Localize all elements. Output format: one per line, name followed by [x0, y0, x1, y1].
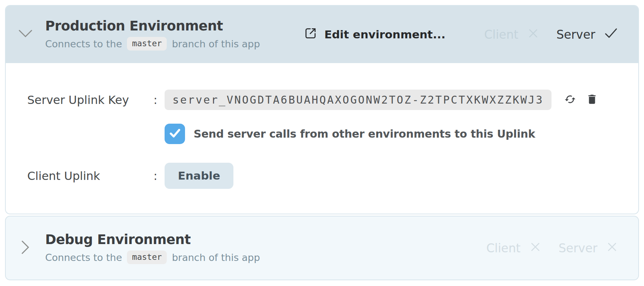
- chevron-right-icon: [21, 240, 30, 256]
- x-icon: [607, 241, 617, 255]
- server-uplink-key-actions: [564, 93, 598, 106]
- branch-badge: master: [127, 37, 167, 51]
- client-uplink-toggle-debug[interactable]: Client: [486, 241, 541, 255]
- subtitle-suffix: branch of this app: [172, 38, 260, 49]
- client-toggle-label: Client: [484, 28, 518, 42]
- chevron-down-icon: [18, 29, 33, 40]
- production-header-actions: Edit environment... Client Server: [304, 27, 618, 43]
- branch-badge: master: [127, 251, 167, 264]
- client-toggle-label: Client: [486, 241, 521, 255]
- server-uplink-key-colon: :: [153, 93, 159, 107]
- send-server-calls-row: Send server calls from other environment…: [165, 124, 617, 144]
- x-icon: [530, 241, 541, 255]
- production-environment-panel: Production Environment Connects to the m…: [5, 5, 639, 214]
- debug-environment-titles: Debug Environment Connects to the master…: [45, 232, 260, 264]
- refresh-icon: [564, 94, 576, 106]
- collapse-production-button[interactable]: [6, 29, 45, 40]
- x-icon: [528, 28, 539, 42]
- subtitle-suffix: branch of this app: [172, 252, 260, 263]
- production-environment-subtitle: Connects to the master branch of this ap…: [45, 37, 260, 51]
- server-toggle-label: Server: [559, 241, 597, 255]
- debug-environment-title: Debug Environment: [45, 232, 260, 248]
- regenerate-key-button[interactable]: [564, 94, 576, 106]
- check-icon: [605, 28, 617, 42]
- production-environment-titles: Production Environment Connects to the m…: [45, 18, 260, 51]
- client-uplink-row: Client Uplink : Enable: [27, 163, 617, 189]
- external-link-icon: [304, 27, 317, 43]
- client-uplink-toggle-production[interactable]: Client: [484, 28, 539, 42]
- uplink-settings-page: Production Environment Connects to the m…: [0, 0, 644, 286]
- edit-environment-label: Edit environment...: [325, 28, 446, 41]
- production-environment-body: Server Uplink Key : server_VNOGDTA6BUAHQ…: [6, 63, 638, 209]
- debug-header-actions: Client Server: [486, 241, 617, 255]
- send-server-calls-label: Send server calls from other environment…: [194, 128, 535, 140]
- debug-environment-panel: Debug Environment Connects to the master…: [5, 216, 639, 280]
- edit-environment-button[interactable]: Edit environment...: [304, 27, 446, 43]
- production-environment-title: Production Environment: [45, 18, 260, 34]
- client-uplink-label: Client Uplink: [27, 169, 153, 183]
- checkmark-icon: [169, 128, 181, 140]
- server-uplink-key-value[interactable]: server_VNOGDTA6BUAHQAXOGONW2TOZ-Z2TPCTXK…: [165, 90, 551, 110]
- subtitle-prefix: Connects to the: [45, 38, 122, 49]
- expand-debug-button[interactable]: [6, 240, 45, 256]
- enable-client-uplink-button[interactable]: Enable: [165, 163, 233, 189]
- server-uplink-key-label: Server Uplink Key: [27, 93, 153, 107]
- debug-environment-header: Debug Environment Connects to the master…: [6, 216, 638, 280]
- server-uplink-toggle-debug[interactable]: Server: [559, 241, 617, 255]
- delete-key-button[interactable]: [586, 93, 598, 106]
- production-environment-header: Production Environment Connects to the m…: [6, 6, 638, 63]
- client-uplink-colon: :: [153, 169, 159, 183]
- trash-icon: [586, 93, 598, 106]
- debug-environment-subtitle: Connects to the master branch of this ap…: [45, 251, 260, 264]
- server-toggle-label: Server: [557, 28, 595, 42]
- subtitle-prefix: Connects to the: [45, 252, 122, 263]
- send-server-calls-checkbox[interactable]: [165, 124, 185, 144]
- server-uplink-toggle-production[interactable]: Server: [557, 28, 617, 42]
- server-uplink-key-row: Server Uplink Key : server_VNOGDTA6BUAHQ…: [27, 90, 617, 110]
